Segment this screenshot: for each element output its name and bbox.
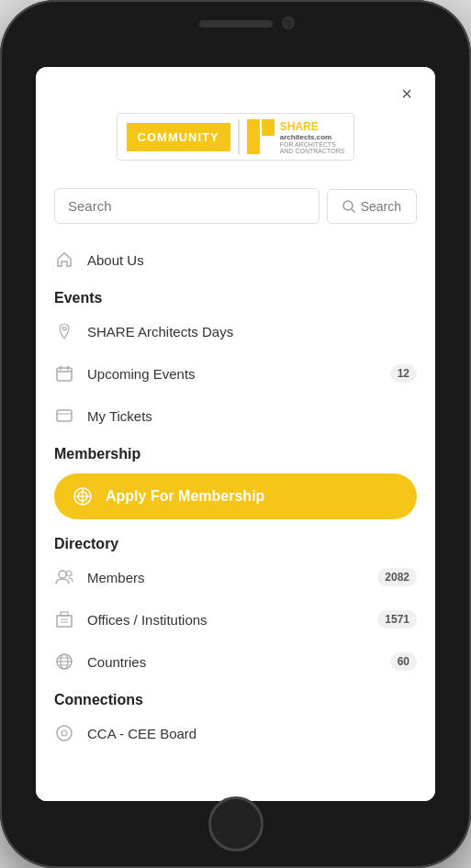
offices-icon: [54, 609, 74, 629]
search-icon: [342, 200, 355, 213]
my-tickets-label: My Tickets: [87, 408, 417, 424]
sidebar-item-upcoming-events[interactable]: Upcoming Events 12: [36, 352, 435, 395]
offices-label: Offices / Institutions: [87, 612, 364, 628]
share-text: SHARE architects.com FOR ARCHITECTS AND …: [280, 120, 345, 154]
phone-speaker: [199, 20, 273, 28]
sidebar-item-members[interactable]: Members 2082: [36, 556, 435, 598]
sidebar-item-cca[interactable]: CCA - CEE Board: [36, 712, 435, 754]
search-input[interactable]: [68, 198, 306, 214]
events-section-header: Events: [36, 281, 435, 310]
upcoming-events-badge: 12: [390, 364, 417, 383]
search-button[interactable]: Search: [327, 189, 417, 224]
phone-screen: × COMMUNITY SHARE architects.com FOR ARC…: [36, 67, 435, 801]
svg-rect-4: [57, 368, 72, 381]
membership-icon: [73, 486, 93, 506]
sidebar-item-countries[interactable]: Countries 60: [36, 640, 435, 683]
sidebar-item-share-architects-days[interactable]: SHARE Architects Days: [36, 310, 435, 352]
apply-membership-label: Apply For Membership: [106, 488, 264, 505]
membership-section-header: Membership: [36, 437, 435, 466]
sidebar-item-offices[interactable]: Offices / Institutions 1571: [36, 598, 435, 640]
phone-camera: [282, 17, 295, 29]
offices-badge: 1571: [377, 610, 417, 629]
sidebar-item-my-tickets[interactable]: My Tickets: [36, 395, 435, 437]
svg-rect-17: [61, 612, 68, 616]
share-architects-days-label: SHARE Architects Days: [87, 324, 417, 339]
svg-rect-1: [262, 119, 275, 136]
community-logo: COMMUNITY: [127, 123, 230, 151]
sidebar-item-about-us[interactable]: About Us: [36, 239, 435, 281]
svg-point-25: [57, 726, 72, 740]
apply-membership-button[interactable]: Apply For Membership: [54, 473, 417, 519]
svg-point-14: [59, 571, 66, 578]
cca-label: CCA - CEE Board: [87, 726, 417, 741]
calendar-icon: [54, 363, 74, 384]
members-icon: [54, 567, 74, 587]
countries-badge: 60: [390, 652, 417, 671]
search-row: Search: [36, 188, 435, 224]
search-input-wrap[interactable]: [54, 188, 320, 224]
svg-rect-16: [57, 616, 72, 627]
upcoming-events-label: Upcoming Events: [87, 366, 377, 382]
connections-section-header: Connections: [36, 683, 435, 712]
members-label: Members: [87, 570, 364, 585]
members-badge: 2082: [377, 568, 417, 586]
ticket-icon: [54, 406, 74, 426]
phone-frame: × COMMUNITY SHARE architects.com FOR ARC…: [0, 0, 471, 868]
svg-point-26: [62, 730, 67, 736]
phone-home-button[interactable]: [208, 796, 264, 851]
share-architects-logo-icon: [247, 119, 275, 154]
svg-line-3: [352, 209, 354, 212]
logo-area: COMMUNITY SHARE architects.com FOR ARCHI…: [36, 67, 435, 188]
svg-point-15: [66, 571, 72, 576]
search-button-label: Search: [361, 199, 401, 214]
menu-content: × COMMUNITY SHARE architects.com FOR ARC…: [36, 67, 435, 801]
svg-rect-8: [57, 410, 72, 421]
about-us-label: About Us: [87, 252, 417, 268]
svg-rect-0: [247, 119, 260, 154]
globe-icon: [54, 651, 74, 672]
directory-section-header: Directory: [36, 527, 435, 556]
pin-icon: [54, 321, 74, 341]
close-button[interactable]: ×: [393, 80, 421, 107]
logo-separator: [238, 119, 240, 154]
home-icon: [54, 250, 74, 270]
countries-label: Countries: [87, 654, 377, 670]
cca-icon: [54, 723, 74, 743]
